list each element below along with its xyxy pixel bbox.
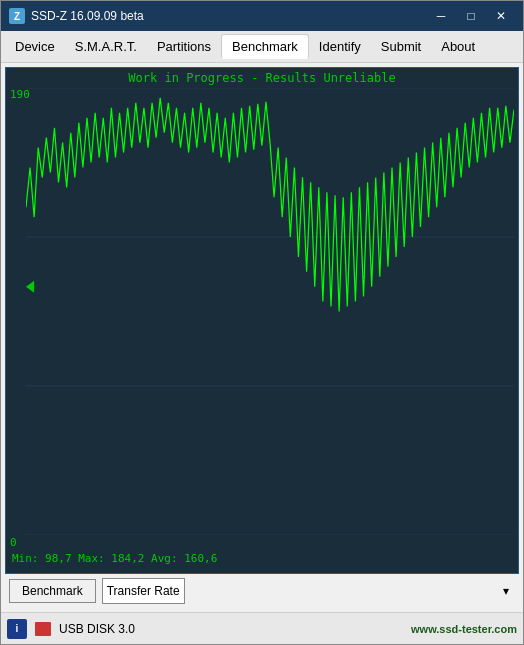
status-url: www.ssd-tester.com [411, 623, 517, 635]
maximize-button[interactable]: □ [457, 6, 485, 26]
menu-identify[interactable]: Identify [309, 35, 371, 58]
chart-container: Work in Progress - Results Unreliable 19… [5, 67, 519, 574]
disk-icon [35, 622, 51, 636]
minimize-button[interactable]: ─ [427, 6, 455, 26]
chart-svg [26, 88, 514, 535]
info-icon: i [7, 619, 27, 639]
menu-bar: Device S.M.A.R.T. Partitions Benchmark I… [1, 31, 523, 63]
content-area: Work in Progress - Results Unreliable 19… [1, 63, 523, 612]
chart-footer: Min: 98,7 Max: 184,2 Avg: 160,6 [6, 549, 518, 569]
title-bar: Z SSD-Z 16.09.09 beta ─ □ ✕ [1, 1, 523, 31]
toolbar-row: Benchmark Transfer Rate IOPS Latency [5, 574, 519, 608]
benchmark-button[interactable]: Benchmark [9, 579, 96, 603]
close-button[interactable]: ✕ [487, 6, 515, 26]
chart-type-select[interactable]: Transfer Rate IOPS Latency [102, 578, 185, 604]
window-title: SSD-Z 16.09.09 beta [31, 9, 427, 23]
disk-name: USB DISK 3.0 [59, 622, 135, 636]
status-bar: i USB DISK 3.0 www.ssd-tester.com [1, 612, 523, 644]
menu-about[interactable]: About [431, 35, 485, 58]
dropdown-wrapper: Transfer Rate IOPS Latency [102, 578, 515, 604]
menu-submit[interactable]: Submit [371, 35, 431, 58]
menu-smart[interactable]: S.M.A.R.T. [65, 35, 147, 58]
menu-benchmark[interactable]: Benchmark [221, 34, 309, 59]
chart-canvas [26, 88, 514, 535]
window-controls: ─ □ ✕ [427, 6, 515, 26]
y-axis-min: 0 [10, 536, 17, 549]
svg-marker-4 [26, 281, 34, 293]
menu-device[interactable]: Device [5, 35, 65, 58]
chart-header: Work in Progress - Results Unreliable [6, 68, 518, 88]
menu-partitions[interactable]: Partitions [147, 35, 221, 58]
chart-body: 190 0 [6, 88, 518, 549]
main-window: Z SSD-Z 16.09.09 beta ─ □ ✕ Device S.M.A… [0, 0, 524, 645]
app-icon: Z [9, 8, 25, 24]
